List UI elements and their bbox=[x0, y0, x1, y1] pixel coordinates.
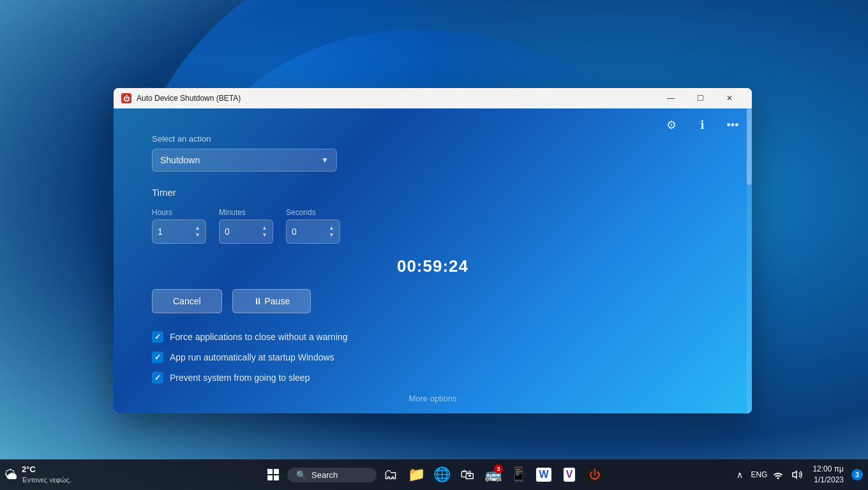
more-options-icon[interactable]: ••• bbox=[724, 116, 742, 134]
clock-time: 12:00 πμ bbox=[812, 464, 844, 475]
wifi-icon[interactable] bbox=[770, 467, 786, 482]
scroll-thumb[interactable] bbox=[747, 108, 752, 185]
taskbar-app-word[interactable]: W bbox=[532, 463, 555, 486]
svg-rect-3 bbox=[274, 475, 279, 480]
minutes-value: 0 bbox=[225, 226, 230, 237]
checkbox-startup[interactable]: App run automatically at startup Windows bbox=[152, 352, 714, 363]
seconds-spinner[interactable]: ▲ ▼ bbox=[329, 225, 334, 238]
hours-up-arrow[interactable]: ▲ bbox=[195, 225, 200, 231]
checkbox-prevent-sleep-input[interactable] bbox=[152, 372, 163, 383]
minutes-spinner[interactable]: ▲ ▼ bbox=[262, 225, 267, 238]
checkbox-group: Force applications to close without a wa… bbox=[152, 331, 714, 383]
minutes-group: Minutes 0 ▲ ▼ bbox=[219, 208, 273, 244]
hours-group: Hours 1 ▲ ▼ bbox=[152, 208, 206, 244]
seconds-input[interactable]: 0 ▲ ▼ bbox=[286, 219, 340, 244]
language-text: ENG bbox=[751, 470, 767, 479]
info-icon[interactable]: ℹ bbox=[693, 116, 711, 134]
hours-input[interactable]: 1 ▲ ▼ bbox=[152, 219, 206, 244]
timer-inputs: Hours 1 ▲ ▼ Minutes 0 ▲ bbox=[152, 208, 714, 244]
chevron-down-icon: ▼ bbox=[321, 156, 329, 165]
app-window: ⏻ Auto Device Shutdown (BETA) — ☐ ✕ ⚙ ℹ … bbox=[114, 88, 752, 413]
top-actions: ⚙ ℹ ••• bbox=[662, 116, 742, 134]
cancel-button[interactable]: Cancel bbox=[152, 289, 222, 313]
seconds-down-arrow[interactable]: ▼ bbox=[329, 232, 334, 238]
minutes-down-arrow[interactable]: ▼ bbox=[262, 232, 267, 238]
hours-value: 1 bbox=[158, 226, 163, 237]
action-select-dropdown[interactable]: Shutdown ▼ bbox=[152, 149, 337, 172]
main-content: Select an action Shutdown ▼ Timer Hours … bbox=[114, 108, 752, 413]
volume-icon[interactable] bbox=[789, 467, 805, 482]
svg-rect-2 bbox=[267, 475, 273, 480]
countdown-display: 00:59:24 bbox=[152, 256, 714, 276]
timer-label: Timer bbox=[152, 187, 714, 198]
search-icon: 🔍 bbox=[296, 470, 306, 480]
more-options-link[interactable]: More options bbox=[152, 394, 714, 403]
language-icon[interactable]: ENG bbox=[751, 467, 767, 482]
close-button[interactable]: ✕ bbox=[715, 88, 744, 108]
action-buttons: Cancel ⏸ Pause bbox=[152, 289, 714, 313]
checkbox-force-close[interactable]: Force applications to close without a wa… bbox=[152, 331, 714, 343]
taskbar-app-file-manager[interactable]: 🗂 bbox=[379, 463, 402, 486]
app-icon: ⏻ bbox=[121, 93, 131, 103]
maximize-button[interactable]: ☐ bbox=[685, 88, 715, 108]
clock-area[interactable]: 12:00 πμ 1/1/2023 bbox=[810, 463, 846, 487]
title-bar: ⏻ Auto Device Shutdown (BETA) — ☐ ✕ bbox=[114, 88, 752, 108]
app-content: ⚙ ℹ ••• Select an action Shutdown ▼ Time… bbox=[114, 108, 752, 413]
checkbox-force-close-label: Force applications to close without a wa… bbox=[170, 332, 348, 342]
weather-widget[interactable]: 🌥 2°C Έντονες νεφώς. bbox=[5, 464, 71, 484]
svg-rect-1 bbox=[274, 469, 279, 474]
taskbar-app-power[interactable]: ⏻ bbox=[583, 463, 606, 486]
checkbox-force-close-input[interactable] bbox=[152, 331, 163, 343]
notification-badge[interactable]: 3 bbox=[851, 469, 863, 480]
action-select-value: Shutdown bbox=[160, 155, 200, 165]
taskbar-app-edge[interactable]: 🌐 bbox=[430, 463, 453, 486]
seconds-label: Seconds bbox=[286, 208, 340, 217]
minutes-label: Minutes bbox=[219, 208, 273, 217]
taskbar-center: 🔍 Search 🗂 📁 🌐 🛍 🚌 3 📱 W V ⏻ bbox=[262, 463, 606, 486]
hours-label: Hours bbox=[152, 208, 206, 217]
tray-area: ∧ ENG bbox=[732, 467, 805, 482]
app5-badge: 3 bbox=[494, 464, 503, 473]
seconds-up-arrow[interactable]: ▲ bbox=[329, 225, 334, 231]
weather-description: Έντονες νεφώς. bbox=[22, 475, 71, 484]
hours-down-arrow[interactable]: ▼ bbox=[195, 232, 200, 238]
hours-spinner[interactable]: ▲ ▼ bbox=[195, 225, 200, 238]
window-controls: — ☐ ✕ bbox=[656, 88, 744, 108]
taskbar-app-6[interactable]: 📱 bbox=[507, 463, 530, 486]
start-button[interactable] bbox=[262, 463, 285, 486]
checkbox-prevent-sleep-label: Prevent system from going to sleep bbox=[170, 373, 310, 383]
search-bar[interactable]: 🔍 Search bbox=[287, 468, 377, 482]
taskbar: 🌥 2°C Έντονες νεφώς. 🔍 Search 🗂 📁 bbox=[0, 459, 868, 490]
checkbox-startup-label: App run automatically at startup Windows bbox=[170, 352, 334, 362]
action-select-label: Select an action bbox=[152, 134, 714, 144]
svg-rect-0 bbox=[267, 469, 273, 474]
settings-icon[interactable]: ⚙ bbox=[662, 116, 680, 134]
pause-button[interactable]: ⏸ Pause bbox=[232, 289, 311, 313]
seconds-value: 0 bbox=[292, 226, 297, 237]
scrollbar[interactable] bbox=[747, 108, 752, 413]
checkbox-startup-input[interactable] bbox=[152, 352, 163, 363]
checkbox-prevent-sleep[interactable]: Prevent system from going to sleep bbox=[152, 372, 714, 383]
weather-icon: 🌥 bbox=[5, 468, 18, 482]
taskbar-app-store[interactable]: 🛍 bbox=[456, 463, 479, 486]
clock-date: 1/1/2023 bbox=[814, 475, 844, 486]
tray-expand-icon[interactable]: ∧ bbox=[732, 467, 747, 482]
weather-text: 2°C Έντονες νεφώς. bbox=[22, 464, 71, 484]
taskbar-app-vs[interactable]: V bbox=[558, 463, 581, 486]
minutes-input[interactable]: 0 ▲ ▼ bbox=[219, 219, 273, 244]
taskbar-app-folder[interactable]: 📁 bbox=[405, 463, 428, 486]
taskbar-right: ∧ ENG 12:00 πμ 1/1/2023 3 bbox=[732, 463, 863, 487]
minutes-up-arrow[interactable]: ▲ bbox=[262, 225, 267, 231]
minimize-button[interactable]: — bbox=[656, 88, 685, 108]
taskbar-app-5[interactable]: 🚌 3 bbox=[481, 463, 504, 486]
seconds-group: Seconds 0 ▲ ▼ bbox=[286, 208, 340, 244]
window-title: Auto Device Shutdown (BETA) bbox=[137, 94, 656, 103]
search-label: Search bbox=[311, 470, 338, 480]
weather-temp: 2°C bbox=[22, 464, 71, 475]
